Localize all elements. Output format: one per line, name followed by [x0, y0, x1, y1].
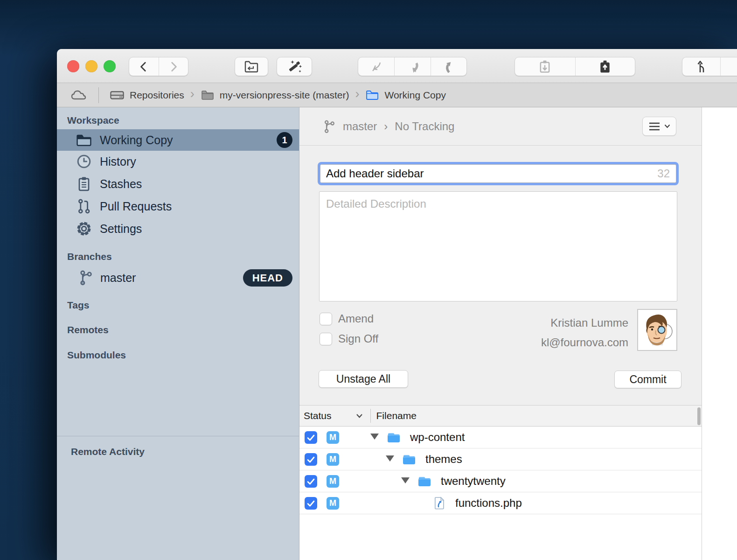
view-options-button[interactable]: [642, 117, 676, 136]
tracking-status-label[interactable]: No Tracking: [395, 120, 454, 133]
amend-checkbox[interactable]: [320, 313, 332, 325]
blue-folder-icon: [402, 453, 417, 468]
sidebar-item-working-copy[interactable]: Working Copy 1: [57, 129, 299, 151]
sidebar-item-settings[interactable]: Settings: [57, 218, 299, 239]
chevron-down-icon: [356, 413, 363, 418]
file-name: twentytwenty: [441, 475, 506, 488]
unstage-all-button[interactable]: Unstage All: [319, 370, 408, 388]
head-badge: HEAD: [243, 269, 292, 287]
sign-off-checkbox[interactable]: [320, 333, 332, 345]
pull-button[interactable]: [394, 57, 430, 76]
commit-subject-input[interactable]: [320, 167, 676, 180]
sidebar-divider: [57, 436, 299, 436]
breadcrumb-item-repository[interactable]: my-versionpress-site (master): [201, 89, 349, 101]
sidebar-item-pull-requests[interactable]: Pull Requests: [57, 196, 299, 217]
commit-subject-focus-ring: 32: [318, 162, 679, 185]
author-avatar: [637, 309, 677, 351]
stash-button[interactable]: [515, 57, 575, 76]
check-icon: [307, 500, 315, 507]
stash-apply-button[interactable]: [575, 57, 635, 76]
pull-arrow-icon: [406, 60, 420, 74]
file-row[interactable]: M twentytwenty: [299, 470, 702, 492]
status-filter-chevron[interactable]: [356, 413, 363, 418]
breadcrumb-item-working-copy[interactable]: Working Copy: [365, 89, 446, 101]
sidebar-item-stashes[interactable]: Stashes: [57, 173, 299, 195]
breadcrumb-separator: ›: [190, 88, 195, 100]
blue-folder-icon: [386, 431, 401, 446]
toolbar: [57, 49, 737, 83]
push-button[interactable]: [431, 57, 466, 76]
breadcrumb-label: Working Copy: [384, 90, 446, 101]
file-row[interactable]: M themes: [299, 448, 702, 470]
sidebar-section-remotes[interactable]: Remotes: [67, 324, 109, 336]
sidebar-section-remote-activity: Remote Activity: [71, 446, 145, 457]
chevron-down-icon: [664, 124, 670, 128]
unstage-all-label: Unstage All: [336, 373, 390, 385]
detail-pane: [702, 107, 737, 560]
nav-button-group: [129, 57, 188, 76]
more-toolbar-button[interactable]: [720, 57, 737, 76]
open-working-copy-group: [235, 57, 268, 76]
check-icon: [307, 456, 315, 463]
drive-icon: [110, 89, 125, 101]
sidebar-section-submodules[interactable]: Submodules: [67, 350, 126, 361]
disclosure-triangle[interactable]: [401, 477, 410, 483]
sidebar: Workspace Working Copy 1: [57, 107, 299, 560]
fetch-button[interactable]: [358, 57, 394, 76]
file-row[interactable]: M functions.php: [299, 492, 702, 514]
magic-wand-icon: [286, 59, 303, 74]
avatar-illustration: [638, 310, 676, 350]
merge-icon: [695, 59, 709, 74]
file-name: functions.php: [455, 497, 522, 510]
file-row[interactable]: M wp-content: [299, 427, 702, 448]
staged-files-list: Status Filename M: [299, 405, 702, 560]
working-copy-count-badge: 1: [277, 132, 292, 148]
file-list-header: Status Filename: [299, 405, 702, 427]
check-icon: [307, 478, 315, 485]
zoom-window-button[interactable]: [104, 60, 116, 72]
merge-button-group: [682, 57, 737, 76]
open-working-copy-button[interactable]: [235, 57, 268, 76]
sidebar-section-tags[interactable]: Tags: [67, 300, 89, 311]
branch-icon: [323, 119, 336, 134]
breadcrumb-item-repositories[interactable]: Repositories: [110, 89, 184, 101]
column-header-filename[interactable]: Filename: [376, 410, 417, 421]
disclosure-triangle[interactable]: [370, 434, 379, 440]
amend-label: Amend: [338, 312, 374, 325]
column-header-status[interactable]: Status: [304, 410, 332, 421]
disclosure-triangle[interactable]: [386, 455, 394, 462]
vertical-scrollbar-thumb[interactable]: [697, 407, 701, 425]
breadcrumb-separator: ›: [355, 88, 359, 100]
sidebar-item-label: Settings: [100, 222, 142, 236]
column-divider[interactable]: [370, 409, 371, 423]
current-branch-label[interactable]: master: [343, 120, 377, 133]
sidebar-item-history[interactable]: History: [57, 151, 299, 172]
stash-button-group: [515, 57, 635, 76]
stage-checkbox[interactable]: [305, 431, 317, 444]
back-button[interactable]: [129, 57, 159, 76]
stage-checkbox[interactable]: [305, 497, 317, 510]
commit-description-textarea[interactable]: [319, 191, 677, 301]
sidebar-section-branches: Branches: [67, 251, 112, 262]
quick-actions-button[interactable]: [277, 57, 312, 76]
commit-button[interactable]: Commit: [614, 371, 681, 388]
sidebar-item-label: Stashes: [100, 177, 142, 191]
blue-folder-icon: [365, 89, 379, 101]
stage-checkbox[interactable]: [305, 475, 317, 488]
chevron-left-icon: [138, 60, 150, 73]
file-name: wp-content: [410, 431, 465, 444]
stage-checkbox[interactable]: [305, 453, 317, 466]
sign-off-label: Sign Off: [338, 332, 378, 345]
cloud-icon[interactable]: [70, 89, 88, 102]
branch-separator: ›: [384, 120, 388, 133]
character-count: 32: [657, 167, 670, 180]
minimize-window-button[interactable]: [85, 60, 97, 72]
pull-request-icon: [76, 198, 92, 215]
merge-button[interactable]: [682, 57, 720, 76]
close-window-button[interactable]: [67, 60, 79, 72]
sidebar-item-branch-master[interactable]: master HEAD: [57, 267, 299, 288]
forward-button[interactable]: [159, 57, 188, 76]
sync-button-group: [358, 57, 467, 76]
fetch-arrow-icon: [369, 60, 383, 74]
folder-return-icon: [243, 60, 259, 74]
